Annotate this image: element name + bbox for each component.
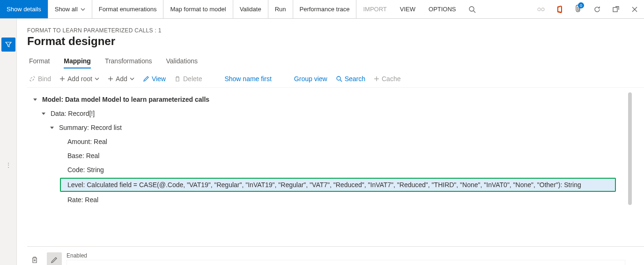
tree-node-label: Rate: Real — [67, 196, 98, 204]
tree-node-label: Data: Record[!] — [51, 110, 95, 117]
tree-search-label: Search — [345, 75, 365, 83]
cache-button[interactable]: Cache — [374, 75, 400, 83]
format-enumerations-button[interactable]: Format enumerations — [92, 0, 164, 18]
drag-handle-icon[interactable]: ⋮ — [5, 164, 12, 166]
office-icon — [556, 6, 563, 13]
chevron-down-icon — [130, 76, 134, 81]
svg-rect-3 — [541, 8, 544, 11]
view-menu-label: VIEW — [400, 6, 415, 13]
show-details-label: Show details — [7, 6, 41, 13]
view-menu-button[interactable]: VIEW — [393, 0, 422, 18]
svg-line-12 — [340, 80, 342, 82]
office-icon-button[interactable] — [550, 0, 569, 18]
tree-node-code[interactable]: Code: String — [27, 163, 644, 177]
enabled-label: Enabled — [67, 252, 625, 259]
tree-node-data[interactable]: Data: Record[!] — [27, 106, 644, 121]
popout-icon — [612, 6, 620, 13]
tabs: Format Mapping Transformations Validatio… — [27, 54, 644, 68]
filter-button[interactable] — [1, 38, 15, 52]
data-source-tree: Model: Data model Model to learn paramet… — [27, 88, 644, 218]
refresh-icon — [593, 6, 601, 13]
tree-node-rate[interactable]: Rate: Real — [27, 193, 644, 207]
validate-button[interactable]: Validate — [233, 0, 268, 18]
trash-icon — [31, 256, 38, 264]
add-label: Add — [116, 75, 127, 83]
search-icon — [336, 76, 342, 82]
pencil-icon — [143, 76, 149, 82]
enabled-input[interactable] — [67, 260, 625, 265]
add-root-button[interactable]: Add root — [59, 75, 99, 83]
show-details-button[interactable]: Show details — [0, 0, 48, 18]
caret-down-icon — [40, 111, 47, 116]
command-bar: Bind Add root Add View Delete — [27, 75, 644, 86]
bind-button[interactable]: Bind — [29, 75, 51, 83]
attachments-button[interactable]: 0 — [569, 0, 588, 18]
show-name-first-label: Show name first — [224, 75, 271, 83]
group-view-button[interactable]: Group view — [294, 75, 327, 83]
plus-icon — [374, 76, 379, 82]
tree-node-label: Model: Data model Model to learn paramet… — [42, 96, 209, 103]
tree-node-label: Summary: Record list — [59, 124, 122, 131]
delete-formula-button[interactable] — [27, 252, 42, 265]
close-icon — [631, 6, 638, 13]
format-enumerations-label: Format enumerations — [99, 6, 157, 13]
delete-button[interactable]: Delete — [174, 75, 202, 83]
attachments-badge: 0 — [575, 4, 582, 14]
options-button[interactable]: OPTIONS — [422, 0, 463, 18]
view-label: View — [152, 75, 166, 83]
add-root-label: Add root — [67, 75, 92, 83]
tab-format[interactable]: Format — [29, 54, 50, 68]
map-format-to-model-button[interactable]: Map format to model — [163, 0, 233, 18]
bind-icon — [29, 76, 36, 82]
main-content: FORMAT TO LEARN PARAMETERIZED CALLS : 1 … — [17, 19, 644, 265]
tree-node-summary[interactable]: Summary: Record list — [27, 121, 644, 135]
options-label: OPTIONS — [429, 6, 456, 13]
popout-button[interactable] — [607, 0, 625, 18]
svg-point-11 — [337, 76, 341, 80]
tree-node-base[interactable]: Base: Real — [27, 149, 644, 163]
map-format-to-model-label: Map format to model — [170, 6, 226, 13]
cache-label: Cache — [382, 75, 400, 83]
left-sidebar: ⋮ — [0, 19, 17, 265]
edit-formula-button[interactable] — [47, 252, 62, 265]
show-name-first-button[interactable]: Show name first — [224, 75, 271, 83]
svg-line-1 — [474, 11, 475, 13]
close-button[interactable] — [625, 0, 644, 18]
chevron-down-icon — [81, 7, 85, 12]
tab-transformations[interactable]: Transformations — [105, 54, 152, 68]
delete-label: Delete — [183, 75, 202, 83]
group-view-label: Group view — [294, 75, 327, 83]
tree-search-button[interactable]: Search — [336, 75, 365, 83]
tab-validations[interactable]: Validations — [166, 54, 198, 68]
tree-node-label: Amount: Real — [67, 138, 107, 145]
page-title: Format designer — [27, 35, 644, 48]
performance-trace-button[interactable]: Performance trace — [293, 0, 357, 18]
view-button[interactable]: View — [143, 75, 166, 83]
tree-node-level[interactable]: Level: Calculated field = CASE(@.Code, "… — [60, 178, 616, 192]
tree-node-label: Level: Calculated field = CASE(@.Code, "… — [67, 181, 581, 189]
trash-icon — [174, 76, 181, 82]
breadcrumb: FORMAT TO LEARN PARAMETERIZED CALLS : 1 — [27, 27, 644, 34]
link-icon-button[interactable] — [532, 0, 550, 18]
caret-down-icon — [49, 125, 55, 130]
enabled-field: Enabled — [67, 252, 625, 265]
tree-node-label: Base: Real — [67, 152, 99, 159]
refresh-button[interactable] — [588, 0, 607, 18]
tree-node-amount[interactable]: Amount: Real — [27, 135, 644, 149]
show-all-button[interactable]: Show all — [48, 0, 92, 18]
link-icon — [537, 7, 545, 12]
tab-mapping[interactable]: Mapping — [64, 54, 91, 68]
import-button[interactable]: IMPORT — [356, 0, 393, 18]
import-label: IMPORT — [363, 6, 386, 13]
tree-node-model[interactable]: Model: Data model Model to learn paramet… — [27, 92, 644, 106]
ribbon-toolbar: Show details Show all Format enumeration… — [0, 0, 644, 19]
run-button[interactable]: Run — [268, 0, 293, 18]
chevron-down-icon — [95, 76, 99, 81]
plus-icon — [108, 76, 113, 82]
validate-label: Validate — [240, 6, 261, 13]
search-button[interactable] — [463, 0, 481, 18]
svg-point-0 — [469, 7, 474, 11]
add-button[interactable]: Add — [108, 75, 134, 83]
plus-icon — [59, 76, 65, 82]
search-icon — [468, 6, 476, 13]
